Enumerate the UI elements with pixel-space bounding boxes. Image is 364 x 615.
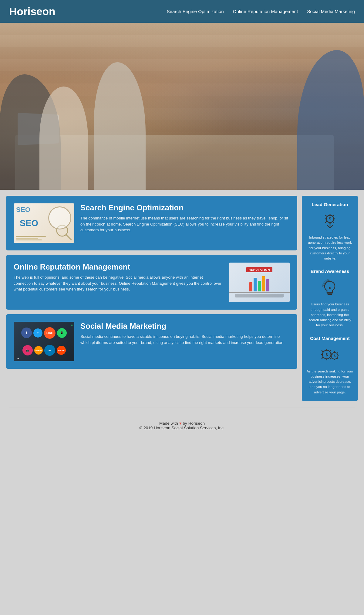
- svg-text:$: $: [329, 216, 331, 221]
- seo-card-title: Search Engine Optimization: [80, 203, 290, 212]
- svg-text:$: $: [333, 354, 335, 358]
- seo-card: SEO Search Engine Optimization The domin…: [6, 196, 297, 250]
- smm-card: f t LIKE 📱 📷 TWEET in MEDIA ☁ ● Social M…: [6, 314, 297, 369]
- nav-link-seo[interactable]: Search Engine Optimization: [167, 9, 224, 14]
- footer-divider: [9, 407, 355, 407]
- smm-card-title: Social Media Marketing: [80, 322, 290, 331]
- svg-point-7: [329, 287, 331, 289]
- svg-line-1: [66, 235, 71, 240]
- content-section: SEO Search Engine Optimization The domin…: [6, 196, 297, 401]
- site-footer: Made with ♥ by Horiseon © 2019 Horiseon …: [0, 412, 364, 439]
- smm-card-body: Social media continues to have a sizable…: [80, 334, 290, 345]
- orm-card-image: REPUTATION: [229, 263, 290, 302]
- orm-card-text: Online Reputation Management The web is …: [14, 263, 223, 292]
- orm-card-body: The web is full of opinions, and some of…: [14, 274, 223, 292]
- sidebar-cost-body: As the search ranking for your business …: [306, 369, 353, 395]
- site-header: Horiseon Search Engine Optimization Onli…: [0, 0, 364, 23]
- cost-management-icon: $ $: [319, 345, 341, 366]
- sidebar-cost-title: Cost Management: [310, 336, 350, 341]
- footer-copyright: © 2019 Horiseon Social Solution Services…: [9, 426, 355, 430]
- seo-search-icon: [55, 223, 73, 241]
- sidebar-lead-generation: Lead Generation $ Inbound strategies for…: [306, 202, 353, 261]
- site-logo: Horiseon: [9, 5, 56, 18]
- heart-icon: ♥: [179, 421, 183, 426]
- sidebar-lead-gen-title: Lead Generation: [312, 202, 348, 207]
- footer-made-with: Made with ♥ by Horiseon: [9, 421, 355, 426]
- sidebar-lead-gen-body: Inbound strategies for lead generation r…: [306, 235, 353, 261]
- lead-generation-icon: $: [319, 211, 341, 232]
- brand-awareness-icon: [319, 277, 341, 299]
- smm-card-image: f t LIKE 📱 📷 TWEET in MEDIA ☁ ●: [14, 322, 74, 361]
- nav-link-orm[interactable]: Online Reputation Management: [233, 9, 298, 14]
- main-content: SEO Search Engine Optimization The domin…: [0, 190, 364, 407]
- sidebar-brand-awareness: Brand Awareness Users find your business…: [306, 269, 353, 328]
- seo-card-body: The dominance of mobile internet use mea…: [80, 215, 290, 233]
- svg-text:$: $: [325, 352, 328, 357]
- sidebar-cost-management: Cost Management $ $ As the search rankin…: [306, 336, 353, 395]
- sidebar-brand-title: Brand Awareness: [311, 269, 349, 274]
- orm-card: REPUTATION Online Reputation Management …: [6, 255, 297, 310]
- sidebar: Lead Generation $ Inbound strategies for…: [302, 196, 358, 401]
- orm-card-title: Online Reputation Management: [14, 263, 223, 271]
- seo-card-image: SEO: [14, 203, 74, 243]
- smm-card-text: Social Media Marketing Social media cont…: [80, 322, 290, 345]
- seo-card-text: Search Engine Optimization The dominance…: [80, 203, 290, 233]
- hero-image: [0, 23, 364, 190]
- main-nav: Search Engine Optimization Online Reputa…: [167, 9, 355, 14]
- sidebar-brand-body: Users find your business through paid an…: [306, 302, 353, 328]
- nav-link-smm[interactable]: Social Media Marketing: [307, 9, 355, 14]
